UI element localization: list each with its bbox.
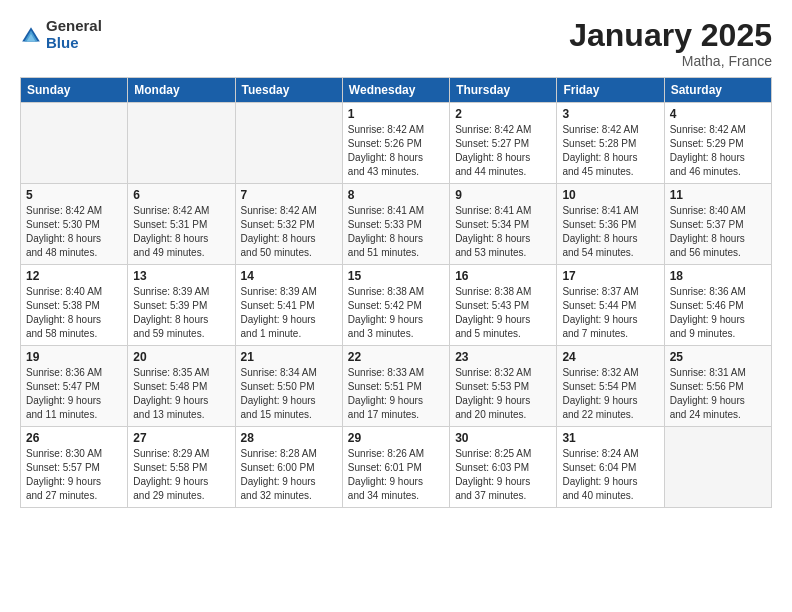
calendar-cell: 1Sunrise: 8:42 AM Sunset: 5:26 PM Daylig… <box>342 103 449 184</box>
month-year: January 2025 <box>569 18 772 53</box>
location: Matha, France <box>569 53 772 69</box>
day-number: 14 <box>241 269 337 283</box>
calendar-cell: 27Sunrise: 8:29 AM Sunset: 5:58 PM Dayli… <box>128 427 235 508</box>
cell-text: Sunrise: 8:36 AM Sunset: 5:47 PM Dayligh… <box>26 366 122 422</box>
day-number: 19 <box>26 350 122 364</box>
cell-text: Sunrise: 8:41 AM Sunset: 5:34 PM Dayligh… <box>455 204 551 260</box>
cell-text: Sunrise: 8:39 AM Sunset: 5:41 PM Dayligh… <box>241 285 337 341</box>
calendar-cell: 11Sunrise: 8:40 AM Sunset: 5:37 PM Dayli… <box>664 184 771 265</box>
cell-text: Sunrise: 8:24 AM Sunset: 6:04 PM Dayligh… <box>562 447 658 503</box>
weekday-sunday: Sunday <box>21 78 128 103</box>
day-number: 27 <box>133 431 229 445</box>
cell-text: Sunrise: 8:42 AM Sunset: 5:26 PM Dayligh… <box>348 123 444 179</box>
calendar-cell: 18Sunrise: 8:36 AM Sunset: 5:46 PM Dayli… <box>664 265 771 346</box>
cell-text: Sunrise: 8:40 AM Sunset: 5:38 PM Dayligh… <box>26 285 122 341</box>
day-number: 6 <box>133 188 229 202</box>
cell-text: Sunrise: 8:42 AM Sunset: 5:32 PM Dayligh… <box>241 204 337 260</box>
weekday-header-row: SundayMondayTuesdayWednesdayThursdayFrid… <box>21 78 772 103</box>
cell-text: Sunrise: 8:31 AM Sunset: 5:56 PM Dayligh… <box>670 366 766 422</box>
calendar-cell <box>128 103 235 184</box>
logo-icon <box>20 25 42 47</box>
cell-text: Sunrise: 8:42 AM Sunset: 5:31 PM Dayligh… <box>133 204 229 260</box>
cell-text: Sunrise: 8:37 AM Sunset: 5:44 PM Dayligh… <box>562 285 658 341</box>
day-number: 16 <box>455 269 551 283</box>
calendar-cell: 14Sunrise: 8:39 AM Sunset: 5:41 PM Dayli… <box>235 265 342 346</box>
logo: General Blue <box>20 18 102 51</box>
day-number: 31 <box>562 431 658 445</box>
day-number: 3 <box>562 107 658 121</box>
day-number: 15 <box>348 269 444 283</box>
weekday-monday: Monday <box>128 78 235 103</box>
day-number: 7 <box>241 188 337 202</box>
cell-text: Sunrise: 8:41 AM Sunset: 5:33 PM Dayligh… <box>348 204 444 260</box>
calendar-cell: 22Sunrise: 8:33 AM Sunset: 5:51 PM Dayli… <box>342 346 449 427</box>
calendar-cell: 13Sunrise: 8:39 AM Sunset: 5:39 PM Dayli… <box>128 265 235 346</box>
day-number: 12 <box>26 269 122 283</box>
calendar-cell: 2Sunrise: 8:42 AM Sunset: 5:27 PM Daylig… <box>450 103 557 184</box>
day-number: 22 <box>348 350 444 364</box>
day-number: 29 <box>348 431 444 445</box>
calendar-cell <box>235 103 342 184</box>
calendar-cell: 25Sunrise: 8:31 AM Sunset: 5:56 PM Dayli… <box>664 346 771 427</box>
day-number: 28 <box>241 431 337 445</box>
logo-blue: Blue <box>46 35 102 52</box>
calendar-cell: 21Sunrise: 8:34 AM Sunset: 5:50 PM Dayli… <box>235 346 342 427</box>
cell-text: Sunrise: 8:29 AM Sunset: 5:58 PM Dayligh… <box>133 447 229 503</box>
cell-text: Sunrise: 8:38 AM Sunset: 5:42 PM Dayligh… <box>348 285 444 341</box>
week-row-4: 19Sunrise: 8:36 AM Sunset: 5:47 PM Dayli… <box>21 346 772 427</box>
calendar-cell: 29Sunrise: 8:26 AM Sunset: 6:01 PM Dayli… <box>342 427 449 508</box>
calendar-cell: 26Sunrise: 8:30 AM Sunset: 5:57 PM Dayli… <box>21 427 128 508</box>
calendar-cell: 12Sunrise: 8:40 AM Sunset: 5:38 PM Dayli… <box>21 265 128 346</box>
cell-text: Sunrise: 8:34 AM Sunset: 5:50 PM Dayligh… <box>241 366 337 422</box>
calendar-cell: 16Sunrise: 8:38 AM Sunset: 5:43 PM Dayli… <box>450 265 557 346</box>
day-number: 20 <box>133 350 229 364</box>
day-number: 13 <box>133 269 229 283</box>
calendar-cell: 20Sunrise: 8:35 AM Sunset: 5:48 PM Dayli… <box>128 346 235 427</box>
calendar-cell: 23Sunrise: 8:32 AM Sunset: 5:53 PM Dayli… <box>450 346 557 427</box>
calendar-cell: 15Sunrise: 8:38 AM Sunset: 5:42 PM Dayli… <box>342 265 449 346</box>
day-number: 24 <box>562 350 658 364</box>
calendar-cell: 3Sunrise: 8:42 AM Sunset: 5:28 PM Daylig… <box>557 103 664 184</box>
day-number: 25 <box>670 350 766 364</box>
cell-text: Sunrise: 8:36 AM Sunset: 5:46 PM Dayligh… <box>670 285 766 341</box>
day-number: 2 <box>455 107 551 121</box>
cell-text: Sunrise: 8:25 AM Sunset: 6:03 PM Dayligh… <box>455 447 551 503</box>
calendar-cell: 24Sunrise: 8:32 AM Sunset: 5:54 PM Dayli… <box>557 346 664 427</box>
weekday-wednesday: Wednesday <box>342 78 449 103</box>
weekday-saturday: Saturday <box>664 78 771 103</box>
calendar-cell <box>21 103 128 184</box>
calendar-cell: 31Sunrise: 8:24 AM Sunset: 6:04 PM Dayli… <box>557 427 664 508</box>
day-number: 26 <box>26 431 122 445</box>
calendar-cell: 17Sunrise: 8:37 AM Sunset: 5:44 PM Dayli… <box>557 265 664 346</box>
weekday-thursday: Thursday <box>450 78 557 103</box>
calendar-cell: 8Sunrise: 8:41 AM Sunset: 5:33 PM Daylig… <box>342 184 449 265</box>
logo-general: General <box>46 18 102 35</box>
day-number: 11 <box>670 188 766 202</box>
calendar-cell: 4Sunrise: 8:42 AM Sunset: 5:29 PM Daylig… <box>664 103 771 184</box>
cell-text: Sunrise: 8:42 AM Sunset: 5:29 PM Dayligh… <box>670 123 766 179</box>
cell-text: Sunrise: 8:30 AM Sunset: 5:57 PM Dayligh… <box>26 447 122 503</box>
day-number: 17 <box>562 269 658 283</box>
cell-text: Sunrise: 8:32 AM Sunset: 5:54 PM Dayligh… <box>562 366 658 422</box>
day-number: 30 <box>455 431 551 445</box>
weekday-friday: Friday <box>557 78 664 103</box>
cell-text: Sunrise: 8:26 AM Sunset: 6:01 PM Dayligh… <box>348 447 444 503</box>
week-row-2: 5Sunrise: 8:42 AM Sunset: 5:30 PM Daylig… <box>21 184 772 265</box>
cell-text: Sunrise: 8:42 AM Sunset: 5:28 PM Dayligh… <box>562 123 658 179</box>
calendar-cell <box>664 427 771 508</box>
week-row-1: 1Sunrise: 8:42 AM Sunset: 5:26 PM Daylig… <box>21 103 772 184</box>
cell-text: Sunrise: 8:32 AM Sunset: 5:53 PM Dayligh… <box>455 366 551 422</box>
title-block: January 2025 Matha, France <box>569 18 772 69</box>
header: General Blue January 2025 Matha, France <box>20 18 772 69</box>
calendar-cell: 28Sunrise: 8:28 AM Sunset: 6:00 PM Dayli… <box>235 427 342 508</box>
cell-text: Sunrise: 8:35 AM Sunset: 5:48 PM Dayligh… <box>133 366 229 422</box>
day-number: 8 <box>348 188 444 202</box>
calendar-cell: 30Sunrise: 8:25 AM Sunset: 6:03 PM Dayli… <box>450 427 557 508</box>
cell-text: Sunrise: 8:40 AM Sunset: 5:37 PM Dayligh… <box>670 204 766 260</box>
cell-text: Sunrise: 8:42 AM Sunset: 5:27 PM Dayligh… <box>455 123 551 179</box>
cell-text: Sunrise: 8:28 AM Sunset: 6:00 PM Dayligh… <box>241 447 337 503</box>
weekday-tuesday: Tuesday <box>235 78 342 103</box>
day-number: 9 <box>455 188 551 202</box>
day-number: 10 <box>562 188 658 202</box>
day-number: 23 <box>455 350 551 364</box>
